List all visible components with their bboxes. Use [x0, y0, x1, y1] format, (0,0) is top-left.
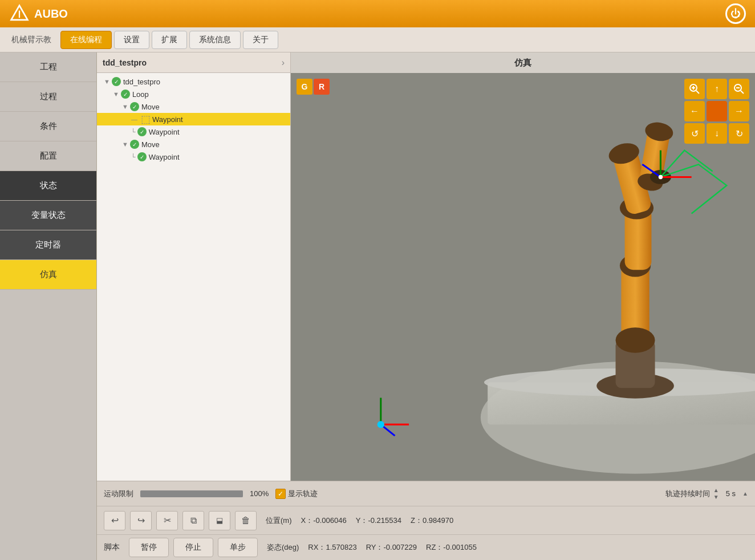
sidebar-item-varstate[interactable]: 变量状态	[0, 201, 96, 230]
attitude-coords: RX：1.570823 RY：-0.007229 RZ：-0.001055	[308, 542, 477, 553]
tree-item-waypoint1[interactable]: — ⬚ Waypoint	[97, 113, 290, 125]
bottom-row2: ↩ ↪ ✂ ⧉ ⬓ 🗑 位置(m) X：-0.006046 Y：-0.21553…	[97, 506, 755, 535]
paste-button[interactable]: ⬓	[209, 511, 230, 530]
attitude-label: 姿态(deg)	[267, 542, 299, 553]
svg-point-32	[378, 421, 384, 428]
undo-button[interactable]: ↩	[104, 511, 125, 530]
tab-about[interactable]: 关于	[243, 31, 278, 49]
duration-value: 5 s	[722, 489, 739, 498]
duration-up2-arrow[interactable]: ▲	[742, 490, 748, 497]
stop-button[interactable]: 停止	[173, 538, 213, 557]
tab-settings[interactable]: 设置	[114, 31, 149, 49]
duration-up-arrow[interactable]: ▲	[713, 487, 719, 494]
tab-sysinfo[interactable]: 系统信息	[189, 31, 241, 49]
sidebar-item-process[interactable]: 过程	[0, 82, 96, 112]
tree-item-waypoint2[interactable]: └ ✓ Waypoint	[97, 125, 290, 138]
viewport-title: 仿真	[514, 58, 531, 68]
cut-button[interactable]: ✂	[156, 511, 178, 530]
trajectory-duration-label: 轨迹持续时间	[665, 489, 710, 499]
motion-limit-label: 运动限制	[104, 489, 133, 499]
tree-item-move1[interactable]: ▼ ✓ Move	[97, 100, 290, 113]
att-ry: RY：-0.007229	[366, 542, 417, 553]
svg-point-28	[659, 175, 663, 179]
logo: AUBO	[9, 3, 68, 24]
pause-button[interactable]: 暂停	[129, 538, 169, 557]
main-layout: 工程 过程 条件 配置 状态 变量状态 定时器 仿真 tdd	[0, 52, 755, 560]
sidebar-item-project[interactable]: 工程	[0, 52, 96, 82]
nav-label: 机械臂示教	[5, 35, 58, 45]
duration-arrows[interactable]: ▲ ▼	[713, 487, 719, 501]
delete-button[interactable]: 🗑	[235, 511, 257, 530]
tree-header-title: tdd_testpro	[103, 58, 147, 67]
position-coords: X：-0.006046 Y：-0.215534 Z：0.984970	[301, 516, 454, 526]
duration-down-arrow[interactable]: ▼	[713, 494, 719, 501]
redo-button[interactable]: ↪	[130, 511, 152, 530]
sidebar-item-simulation[interactable]: 仿真	[0, 260, 96, 290]
pos-z: Z：0.984970	[411, 516, 453, 526]
motion-percent: 100%	[250, 489, 269, 498]
tab-extend[interactable]: 扩展	[152, 31, 187, 49]
tab-online[interactable]: 在线编程	[60, 31, 112, 49]
bottom-row3: 脚本 暂停 停止 单步 姿态(deg) RX：1.570823 RY：-0.00…	[97, 535, 755, 560]
top-section: tdd_testpro › ▼ ✓ tdd_testpro ▼	[97, 52, 755, 481]
trajectory-duration: 轨迹持续时间 ▲ ▼ 5 s ▲	[665, 487, 748, 501]
tree-item-waypoint3[interactable]: └ ✓ Waypoint	[97, 151, 290, 163]
header: AUBO ⏻	[0, 0, 755, 27]
motion-progress-fill	[140, 490, 243, 497]
att-rz: RZ：-0.001055	[426, 542, 477, 553]
sidebar-item-condition[interactable]: 条件	[0, 112, 96, 141]
navbar: 机械臂示教 在线编程 设置 扩展 系统信息 关于	[0, 27, 755, 52]
power-button[interactable]: ⏻	[725, 3, 746, 24]
script-label: 脚本	[104, 542, 120, 553]
att-rx: RX：1.570823	[308, 542, 356, 553]
motion-progress-bar	[140, 490, 243, 497]
pos-x: X：-0.006046	[301, 516, 347, 526]
trajectory-checkbox-wrap[interactable]: ✓ 显示轨迹	[275, 489, 318, 499]
tree-item-root[interactable]: ▼ ✓ tdd_testpro	[97, 75, 290, 88]
tree-content: ▼ ✓ tdd_testpro ▼ ✓ Loop ▼	[97, 73, 290, 165]
tree-item-loop[interactable]: ▼ ✓ Loop	[97, 88, 290, 100]
step-button[interactable]: 单步	[218, 538, 258, 557]
tree-expand-arrow[interactable]: ›	[282, 58, 285, 68]
pos-y: Y：-0.215534	[356, 516, 401, 526]
logo-icon	[9, 3, 30, 24]
sidebar-item-timer[interactable]: 定时器	[0, 230, 96, 260]
bottom-bar: 运动限制 100% ✓ 显示轨迹 轨迹持续时间 ▲ ▼ 5 s	[97, 481, 755, 560]
position-label: 位置(m)	[266, 516, 292, 526]
logo-text: AUBO	[34, 7, 68, 21]
tree-header: tdd_testpro ›	[97, 52, 290, 73]
svg-point-15	[616, 327, 655, 352]
content: tdd_testpro › ▼ ✓ tdd_testpro ▼	[97, 52, 755, 560]
sidebar-item-config[interactable]: 配置	[0, 141, 96, 171]
copy-button[interactable]: ⧉	[182, 511, 204, 530]
viewport: 仿真 G R ↑ ← →	[291, 52, 755, 481]
tree-panel: tdd_testpro › ▼ ✓ tdd_testpro ▼	[97, 52, 291, 481]
show-trajectory-label: 显示轨迹	[288, 489, 318, 499]
sidebar-item-status[interactable]: 状态	[0, 171, 96, 201]
sidebar: 工程 过程 条件 配置 状态 变量状态 定时器 仿真	[0, 52, 97, 560]
trajectory-checkbox[interactable]: ✓	[275, 489, 286, 499]
robot-3d-view	[291, 73, 755, 481]
bottom-row1: 运动限制 100% ✓ 显示轨迹 轨迹持续时间 ▲ ▼ 5 s	[97, 481, 755, 506]
duration-arrows2[interactable]: ▲	[742, 490, 748, 497]
tree-item-move2[interactable]: ▼ ✓ Move	[97, 138, 290, 151]
